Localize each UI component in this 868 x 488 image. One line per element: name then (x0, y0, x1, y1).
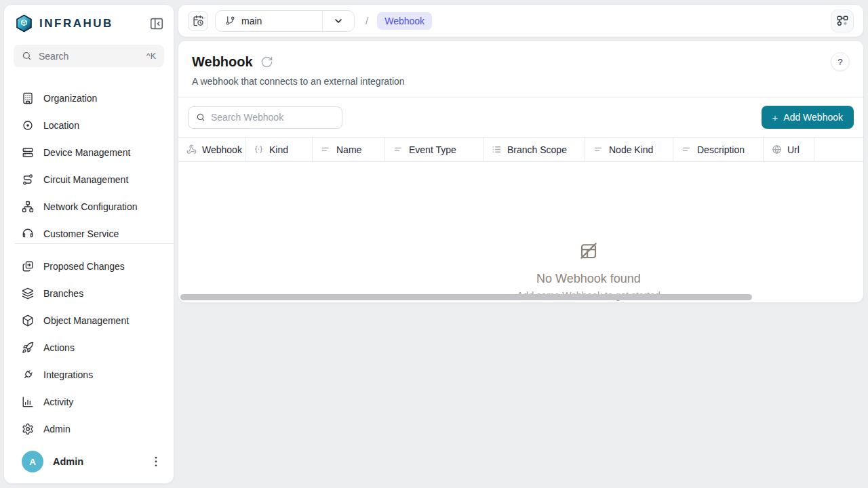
sidebar-search-label: Search (39, 51, 140, 62)
sidebar-item-label: Object Management (43, 315, 129, 326)
text-icon (321, 144, 331, 155)
sidebar-item-label: Customer Service (43, 228, 119, 239)
sidebar-item-label: Proposed Changes (43, 261, 125, 272)
sidebar-item-label: Actions (43, 342, 75, 353)
column-header-label: Name (336, 144, 361, 155)
breadcrumb-separator: / (366, 15, 368, 26)
add-webhook-button[interactable]: + Add Webhook (762, 106, 854, 129)
refresh-icon[interactable] (260, 56, 273, 68)
sidebar-item-proposed-changes[interactable]: Proposed Changes (4, 253, 174, 280)
sidebar-collapse-icon[interactable] (149, 16, 164, 31)
sidebar-item-object-management[interactable]: Object Management (4, 307, 174, 334)
column-header-event-type[interactable]: Event Type (385, 138, 484, 161)
horizontal-scrollbar (180, 293, 862, 301)
column-header-label: Node Kind (609, 144, 653, 155)
layers-icon (22, 287, 34, 300)
branch-selector-current[interactable]: main (216, 11, 322, 31)
column-header-webhook[interactable]: Webhook (178, 138, 245, 161)
sidebar-nav: OrganizationLocationDevice ManagementCir… (4, 67, 174, 443)
branch-name: main (241, 16, 262, 26)
empty-state-title: No Webhook found (473, 272, 704, 286)
gear-icon (22, 423, 34, 435)
table-toolbar: + Add Webhook (178, 98, 863, 137)
webhook-search-input[interactable] (211, 112, 334, 123)
proposed-changes-icon (22, 260, 34, 272)
column-header-name[interactable]: Name (313, 138, 385, 161)
route-icon (22, 174, 34, 186)
sidebar-item-admin[interactable]: Admin (4, 415, 174, 443)
column-header-label: Url (787, 144, 800, 155)
app-logo[interactable]: INFRAHUB (15, 14, 149, 33)
sidebar-item-actions[interactable]: Actions (4, 334, 174, 361)
column-header-label: Description (697, 144, 745, 155)
network-icon (22, 201, 34, 213)
headset-icon (22, 228, 34, 240)
page-header: Webhook ? A webhook that connects to an … (178, 41, 863, 97)
column-header-kind[interactable]: Kind (245, 138, 313, 161)
sidebar-item-integrations[interactable]: Integrations (4, 361, 174, 388)
globe-icon (772, 144, 782, 155)
text-icon (682, 144, 692, 155)
sidebar-item-label: Integrations (43, 369, 93, 380)
sidebar-search[interactable]: Search ^K (14, 45, 164, 67)
list-icon (492, 144, 502, 155)
workflow-icon (836, 14, 849, 27)
app-name: INFRAHUB (39, 17, 113, 30)
plug-icon (22, 369, 34, 381)
search-icon (196, 113, 205, 122)
time-travel-button[interactable] (188, 11, 208, 31)
main-content: Webhook ? A webhook that connects to an … (178, 40, 864, 303)
sidebar-group-0: OrganizationLocationDevice ManagementCir… (4, 85, 174, 243)
column-header-label: Branch Scope (507, 144, 567, 155)
kebab-menu-icon[interactable] (149, 455, 163, 468)
column-header-branch-scope[interactable]: Branch Scope (484, 138, 585, 161)
sidebar-item-label: Activity (43, 396, 73, 407)
sidebar-item-device-management[interactable]: Device Management (4, 139, 174, 166)
branch-selector-toggle[interactable] (322, 11, 354, 31)
rocket-icon (22, 342, 34, 354)
sidebar: INFRAHUB Search ^K OrganizationLocationD… (3, 4, 174, 484)
sidebar-item-circuit-management[interactable]: Circuit Management (4, 166, 174, 193)
sidebar-item-branches[interactable]: Branches (4, 280, 174, 307)
plus-icon: + (772, 112, 778, 123)
building-icon (22, 92, 34, 104)
column-header-label: Webhook (202, 144, 242, 155)
sidebar-header: INFRAHUB (4, 5, 174, 33)
branch-selector[interactable]: main (215, 10, 355, 32)
sidebar-item-label: Circuit Management (43, 174, 128, 185)
column-header-node-kind[interactable]: Node Kind (585, 138, 673, 161)
sidebar-item-label: Admin (43, 424, 71, 434)
sidebar-item-location[interactable]: Location (4, 112, 174, 139)
locate-icon (22, 119, 34, 131)
user-menu[interactable]: A Admin (4, 443, 174, 483)
braces-icon (254, 144, 264, 155)
sidebar-item-network-configuration[interactable]: Network Configuration (4, 193, 174, 220)
column-header-label: Kind (269, 144, 288, 155)
column-header-filler (814, 138, 863, 161)
breadcrumb-current[interactable]: Webhook (377, 12, 432, 30)
sidebar-item-activity[interactable]: Activity (4, 388, 174, 415)
schema-visualizer-button[interactable] (831, 9, 854, 33)
text-icon (593, 144, 604, 155)
chart-icon (22, 396, 34, 408)
column-header-url[interactable]: Url (764, 138, 814, 161)
column-header-description[interactable]: Description (673, 138, 764, 161)
page-subtitle: A webhook that connects to an external i… (192, 76, 850, 97)
empty-state: No Webhook found Add some Webhook to get… (473, 241, 704, 301)
sidebar-item-label: Network Configuration (43, 201, 138, 212)
no-data-icon (578, 241, 599, 261)
horizontal-scrollbar-thumb[interactable] (180, 294, 752, 300)
sidebar-item-customer-service[interactable]: Customer Service (4, 220, 174, 243)
webhook-search-field[interactable] (188, 106, 342, 129)
sidebar-group-1: Proposed ChangesBranchesObject Managemen… (4, 244, 174, 443)
user-name: Admin (53, 456, 140, 467)
help-button[interactable]: ? (831, 52, 850, 71)
infrahub-logo-icon (15, 14, 33, 33)
column-header-label: Event Type (409, 144, 456, 155)
search-icon (22, 51, 32, 61)
text-icon (393, 144, 403, 155)
search-shortcut: ^K (146, 52, 156, 61)
sidebar-item-label: Location (43, 120, 79, 131)
sidebar-item-organization[interactable]: Organization (4, 85, 174, 112)
sidebar-item-label: Organization (43, 93, 97, 104)
